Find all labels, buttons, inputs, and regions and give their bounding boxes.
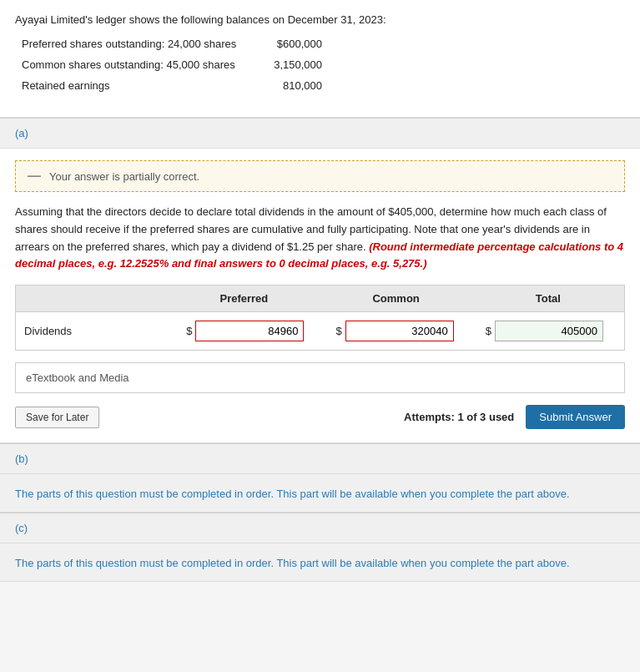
header-total: Total (472, 285, 624, 311)
save-for-later-button[interactable]: Save for Later (15, 407, 99, 428)
preferred-input[interactable] (195, 321, 304, 341)
retained-earnings-label: Retained earnings (22, 79, 247, 92)
header-empty (16, 285, 168, 311)
partial-correct-banner: — Your answer is partially correct. (15, 160, 625, 192)
part-b-header: (b) (0, 444, 640, 474)
part-c-disabled: The parts of this question must be compl… (0, 543, 640, 582)
preferred-shares-value: $600,000 (247, 38, 322, 50)
preferred-dollar: $ (186, 325, 192, 337)
header-preferred: Preferred (168, 285, 320, 311)
submit-answer-button[interactable]: Submit Answer (526, 405, 625, 429)
preferred-input-cell: $ (170, 321, 320, 341)
ledger-row-retained: Retained earnings 810,000 (22, 79, 625, 92)
question-text: Assuming that the directors decide to de… (15, 204, 625, 273)
intro-text: Ayayai Limited's ledger shows the follow… (15, 13, 625, 26)
attempts-text: Attempts: 1 of 3 used (404, 411, 514, 423)
part-b-disabled: The parts of this question must be compl… (0, 474, 640, 513)
part-b-disabled-text: The parts of this question must be compl… (15, 488, 625, 500)
part-c-label: (c) (15, 522, 28, 534)
banner-icon: — (28, 169, 41, 183)
total-dollar: $ (486, 325, 491, 337)
total-input-cell: $ (470, 321, 619, 341)
common-dollar: $ (336, 325, 342, 337)
ledger-row-preferred: Preferred shares outstanding: 24,000 sha… (22, 38, 625, 50)
header-common: Common (320, 285, 472, 311)
answer-table: Preferred Common Total Dividends $ $ $ (15, 285, 625, 351)
etextbook-row[interactable]: eTextbook and Media (15, 362, 625, 393)
part-c-disabled-text: The parts of this question must be compl… (15, 557, 625, 569)
part-b-label: (b) (15, 452, 28, 465)
dividends-label: Dividends (21, 325, 170, 337)
common-input[interactable] (345, 321, 454, 341)
etextbook-label: eTextbook and Media (26, 371, 129, 384)
attempts-submit-area: Attempts: 1 of 3 used Submit Answer (404, 405, 625, 429)
part-a-section: — Your answer is partially correct. Assu… (0, 149, 640, 443)
retained-earnings-value: 810,000 (247, 79, 322, 92)
common-input-cell: $ (320, 321, 470, 341)
preferred-shares-label: Preferred shares outstanding: 24,000 sha… (22, 38, 247, 50)
part-c-header: (c) (0, 513, 640, 543)
bottom-bar: Save for Later Attempts: 1 of 3 used Sub… (15, 405, 625, 429)
banner-text: Your answer is partially correct. (49, 170, 199, 183)
total-input[interactable] (495, 321, 603, 341)
part-a-label: (a) (15, 127, 28, 139)
ledger-row-common: Common shares outstanding: 45,000 shares… (22, 58, 625, 71)
common-shares-label: Common shares outstanding: 45,000 shares (22, 58, 247, 71)
table-header-row: Preferred Common Total (16, 285, 624, 312)
common-shares-value: 3,150,000 (247, 58, 322, 71)
ledger-table: Preferred shares outstanding: 24,000 sha… (22, 38, 625, 92)
ledger-section: Ayayai Limited's ledger shows the follow… (0, 0, 640, 118)
dividends-row: Dividends $ $ $ (16, 312, 624, 350)
part-a-header: (a) (0, 119, 640, 149)
